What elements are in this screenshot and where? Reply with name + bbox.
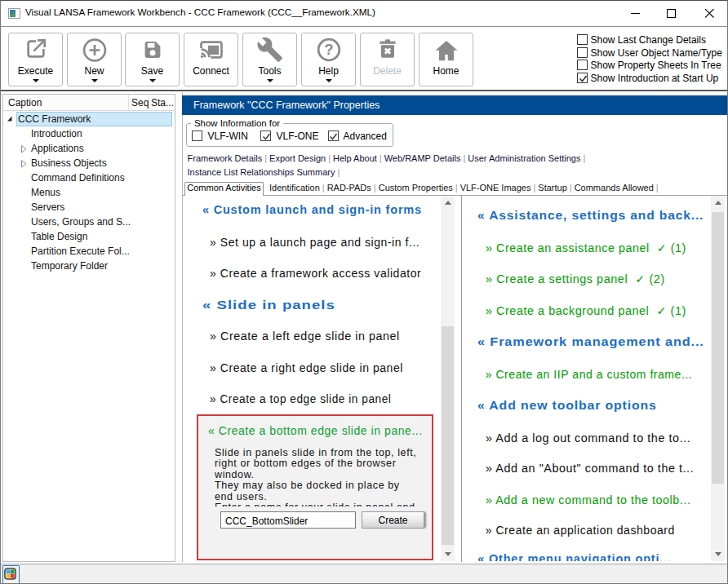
svg-text:?: ?	[324, 42, 333, 58]
